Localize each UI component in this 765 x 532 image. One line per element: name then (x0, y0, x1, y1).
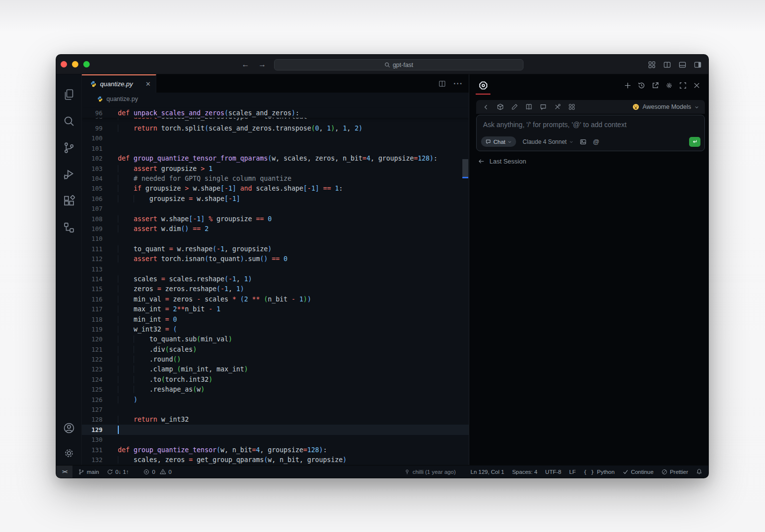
run-debug-icon[interactable] (57, 161, 81, 188)
account-icon[interactable] (57, 415, 81, 441)
explorer-icon[interactable] (57, 81, 81, 108)
line-number[interactable]: 103 (82, 165, 103, 172)
line-number[interactable]: 100 (82, 134, 103, 142)
line-number[interactable]: 105 (82, 185, 103, 192)
docs-book-icon[interactable] (525, 103, 532, 110)
code-line-122[interactable]: 122.round() (82, 354, 469, 364)
line-number[interactable]: 98 (82, 118, 103, 120)
back-chevron-icon[interactable] (483, 104, 489, 110)
indentation-item[interactable]: Spaces: 4 (508, 466, 541, 478)
add-context-at-icon[interactable]: @ (593, 138, 599, 145)
source-control-icon[interactable] (57, 134, 81, 161)
code-line-108[interactable]: 108assert w.shape[-1] % groupsize == 0 (82, 214, 469, 224)
line-number[interactable]: 116 (82, 296, 103, 303)
line-number[interactable]: 132 (82, 456, 103, 464)
code-line-130[interactable]: 130 (82, 435, 469, 445)
line-number[interactable]: 110 (82, 235, 103, 242)
hierarchy-view-icon[interactable] (57, 214, 81, 241)
extensions-icon[interactable] (57, 188, 81, 214)
chat-input-box[interactable]: Ask anything, '/' for prompts, '@' to ad… (476, 115, 705, 151)
line-number[interactable]: 130 (82, 436, 103, 443)
code-line-117[interactable]: 117max_int = 2**n_bit - 1 (82, 304, 469, 314)
code-line-99[interactable]: 99return torch.split(scales_and_zeros.tr… (82, 123, 469, 133)
minimize-window-button[interactable] (72, 61, 78, 67)
history-back-button[interactable]: ← (242, 60, 249, 69)
code-editor[interactable]: 96def unpack_scales_and_zeros(scales_and… (82, 105, 469, 465)
fullscreen-icon[interactable] (679, 82, 687, 89)
code-line-119[interactable]: 119w_int32 = ( (82, 324, 469, 334)
line-number[interactable]: 102 (82, 155, 103, 162)
code-line-100[interactable]: 100 (82, 133, 469, 143)
code-line-120[interactable]: 120to_quant.sub(min_val) (82, 334, 469, 344)
tools-icon[interactable] (554, 103, 561, 110)
notifications-item[interactable] (692, 466, 708, 478)
code-line-104[interactable]: 104# needed for GPTQ single column quant… (82, 173, 469, 183)
line-number[interactable]: 127 (82, 406, 103, 413)
line-number[interactable]: 125 (82, 386, 103, 393)
sync-item[interactable]: 0↓ 1↑ (103, 466, 133, 478)
mode-selector[interactable]: Chat (481, 136, 516, 147)
line-number[interactable]: 118 (82, 316, 103, 323)
line-number[interactable]: 99 (82, 125, 103, 132)
line-number[interactable]: 101 (82, 145, 103, 152)
models-dropdown[interactable]: Awesome Models (632, 103, 699, 110)
panel-settings-gear-icon[interactable] (665, 82, 673, 89)
line-number[interactable]: 119 (82, 326, 103, 333)
code-line-123[interactable]: 123.clamp_(min_int, max_int) (82, 365, 469, 374)
settings-gear-icon[interactable] (57, 441, 81, 465)
new-session-icon[interactable] (624, 82, 631, 89)
close-panel-icon[interactable] (693, 82, 700, 89)
command-center-search[interactable]: gpt-fast (274, 59, 523, 70)
code-line-105[interactable]: 105if groupsize > w.shape[-1] and scales… (82, 184, 469, 194)
zoom-window-button[interactable] (83, 61, 90, 67)
git-blame-item[interactable]: chilli (1 year ago) (400, 466, 460, 478)
tab-quantize-py[interactable]: quantize.py ✕ (82, 74, 156, 93)
code-line-98[interactable]: 98assert scales_and_zeros.dtype == torch… (82, 118, 469, 123)
code-line-126[interactable]: 126) (82, 395, 469, 404)
line-number[interactable]: 115 (82, 285, 103, 293)
line-number[interactable]: 122 (82, 356, 103, 363)
line-number[interactable]: 96 (82, 109, 103, 117)
editor-scrollbar[interactable] (462, 159, 468, 177)
last-session-link[interactable]: Last Session (478, 158, 708, 165)
line-number[interactable]: 131 (82, 446, 103, 454)
line-number[interactable]: 126 (82, 396, 103, 403)
code-line-132[interactable]: 132scales, zeros = get_group_qparams(w, … (82, 455, 469, 465)
line-number[interactable]: 129 (82, 426, 103, 433)
code-line-116[interactable]: 116min_val = zeros - scales * (2 ** (n_b… (82, 294, 469, 304)
language-mode-item[interactable]: { } Python (580, 466, 619, 478)
code-line-127[interactable]: 127 (82, 404, 469, 414)
send-button[interactable] (689, 137, 700, 147)
apps-grid-icon[interactable] (568, 103, 575, 110)
code-line-102[interactable]: 102def group_quantize_tensor_from_qparam… (82, 154, 469, 164)
code-line-121[interactable]: 121.div(scales) (82, 344, 469, 354)
line-number[interactable]: 113 (82, 266, 103, 273)
open-in-editor-icon[interactable] (652, 82, 659, 89)
code-line-131[interactable]: 131def group_quantize_tensor(w, n_bit=4,… (82, 445, 469, 455)
line-number[interactable]: 109 (82, 225, 103, 233)
eol-item[interactable]: LF (565, 466, 580, 478)
code-line-114[interactable]: 114scales = scales.reshape(-1, 1) (82, 274, 469, 284)
line-number[interactable]: 124 (82, 376, 103, 383)
cursor-position-item[interactable]: Ln 129, Col 1 (467, 466, 508, 478)
code-line-128[interactable]: 128return w_int32 (82, 415, 469, 425)
continue-status-item[interactable]: Continue (619, 466, 658, 478)
history-icon[interactable] (638, 82, 645, 89)
remote-indicator[interactable]: >< (56, 466, 72, 478)
model-selector[interactable]: Claude 4 Sonnet (522, 138, 573, 145)
code-line-125[interactable]: 125.reshape_as(w) (82, 385, 469, 395)
comment-bubble-icon[interactable] (540, 103, 547, 110)
encoding-item[interactable]: UTF-8 (541, 466, 565, 478)
toggle-secondary-sidebar-icon[interactable] (694, 61, 701, 68)
code-line-106[interactable]: 106groupsize = w.shape[-1] (82, 194, 469, 203)
breadcrumb[interactable]: quantize.py (82, 93, 469, 105)
line-number[interactable]: 128 (82, 416, 103, 423)
edit-pencil-icon[interactable] (511, 103, 518, 110)
toggle-panel-icon[interactable] (679, 61, 686, 68)
code-line-107[interactable]: 107 (82, 204, 469, 214)
line-number[interactable]: 106 (82, 195, 103, 202)
split-editor-icon[interactable] (439, 80, 446, 87)
line-number[interactable]: 117 (82, 305, 103, 313)
line-number[interactable]: 104 (82, 175, 103, 182)
git-branch-item[interactable]: main (72, 466, 103, 478)
